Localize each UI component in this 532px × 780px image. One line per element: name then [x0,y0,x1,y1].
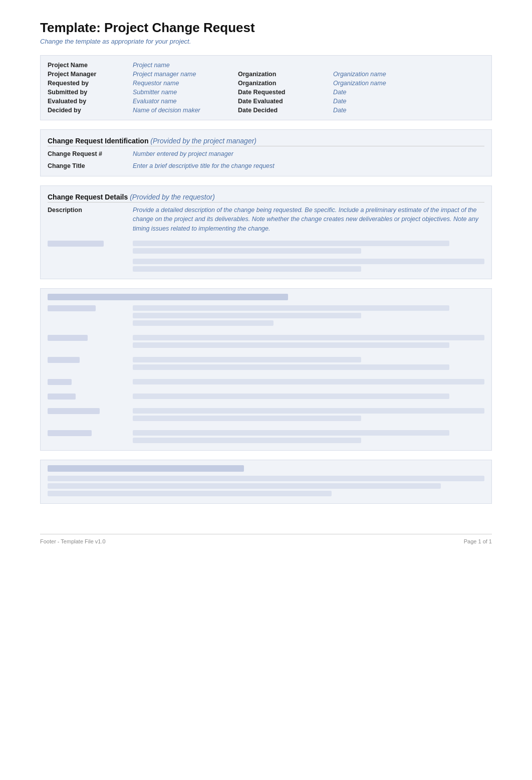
identification-header-text: Change Request Identification [48,137,150,145]
page-title: Template: Project Change Request [40,20,492,36]
project-manager-label: Project Manager [48,71,128,78]
requested-by-value: Requestor name [133,80,233,87]
footer-left: Footer - Template File v1.0 [40,538,106,544]
details-section: Change Request Details (Provided by the … [40,185,492,279]
decided-by-value: Name of decision maker [133,107,233,114]
org1-label: Organization [238,71,328,78]
date-decided-value: Date [333,107,433,114]
details-header: Change Request Details (Provided by the … [48,193,484,203]
identification-section: Change Request Identification (Provided … [40,129,492,176]
blurred-section-2 [40,460,492,504]
change-request-num-label: Change Request # [48,149,128,159]
date-requested-value: Date [333,89,433,96]
blurred-section-1 [40,288,492,451]
footer: Footer - Template File v1.0 Page 1 of 1 [40,534,492,544]
decided-by-label: Decided by [48,107,128,114]
project-manager-value: Project manager name [133,71,233,78]
info-section: Project Name Project name Project Manage… [40,55,492,120]
project-name-label: Project Name [48,62,128,69]
date-evaluated-value: Date [333,98,433,105]
info-grid: Project Name Project name Project Manage… [48,62,484,114]
org2-label: Organization [238,80,328,87]
org1-value: Organization name [333,71,433,78]
evaluated-by-label: Evaluated by [48,98,128,105]
submitted-by-label: Submitted by [48,89,128,96]
description-value: Provide a detailed description of the ch… [133,206,484,234]
date-requested-label: Date Requested [238,89,328,96]
details-header-italic: (Provided by the requestor) [130,193,215,201]
org2-value: Organization name [333,80,433,87]
date-decided-label: Date Decided [238,107,328,114]
page-subtitle: Change the template as appropriate for y… [40,38,492,45]
description-label: Description [48,206,128,234]
evaluated-by-value: Evaluator name [133,98,233,105]
change-title-label: Change Title [48,161,128,171]
project-name-value: Project name [133,62,233,69]
identification-header-italic: (Provided by the project manager) [150,137,256,145]
blurred-content-1 [48,241,484,274]
change-title-value: Enter a brief descriptive title for the … [133,161,484,171]
details-header-text: Change Request Details [48,193,130,201]
identification-header: Change Request Identification (Provided … [48,137,484,146]
identification-grid: Change Request # Number entered by proje… [48,149,484,171]
details-grid: Description Provide a detailed descripti… [48,206,484,234]
requested-by-label: Requested by [48,80,128,87]
date-evaluated-label: Date Evaluated [238,98,328,105]
footer-right: Page 1 of 1 [464,538,492,544]
submitted-by-value: Submitter name [133,89,233,96]
change-request-num-value: Number entered by project manager [133,149,484,159]
